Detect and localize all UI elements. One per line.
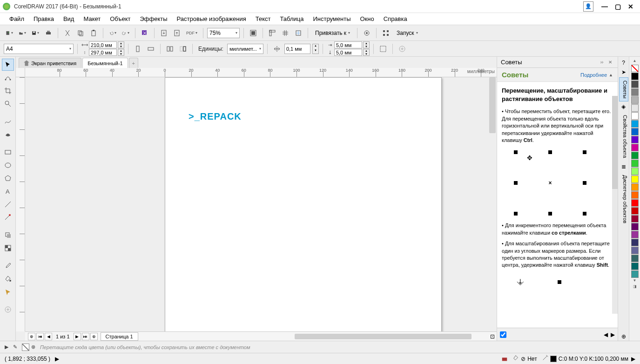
color-swatch[interactable]	[631, 73, 639, 80]
copy-button[interactable]	[75, 27, 86, 39]
menu-edit[interactable]: Правка	[29, 13, 59, 24]
color-swatch[interactable]	[631, 168, 639, 175]
page-tab-1[interactable]: Страница 1	[101, 332, 138, 341]
export-button[interactable]	[171, 27, 182, 39]
menu-file[interactable]: Файл	[5, 13, 29, 24]
color-swatch[interactable]	[631, 104, 639, 112]
tab-add[interactable]: +	[129, 58, 138, 68]
color-swatch[interactable]	[631, 81, 639, 88]
quick-customize-icon[interactable]	[397, 43, 408, 54]
page-next-button[interactable]: ▶	[74, 333, 81, 340]
artistic-media-tool[interactable]	[2, 128, 14, 141]
nudge-distance-input[interactable]	[284, 44, 310, 54]
transparency-tool[interactable]	[2, 242, 14, 254]
docker-more-link[interactable]: Подробнее	[580, 72, 607, 78]
show-rulers-button[interactable]	[267, 27, 278, 39]
drawing-canvas[interactable]: >_REPACK	[25, 77, 497, 331]
color-swatch[interactable]	[631, 160, 639, 167]
all-pages-button[interactable]	[164, 43, 175, 54]
tab-object-manager[interactable]: Диспетчер объектов	[619, 172, 628, 227]
menu-table[interactable]: Таблица	[275, 13, 308, 24]
horizontal-ruler[interactable]: миллиметры 80604020020406080100120140160…	[25, 68, 497, 77]
close-button[interactable]: ✕	[624, 0, 637, 13]
eyedropper-tool[interactable]	[2, 260, 14, 272]
minimize-button[interactable]: —	[598, 0, 611, 13]
color-swatch[interactable]	[631, 96, 639, 104]
vertical-ruler[interactable]	[16, 77, 25, 331]
tab-welcome[interactable]: Экран приветствия	[19, 58, 81, 68]
horizontal-scrollbar[interactable]	[295, 334, 472, 339]
outline-pen-icon[interactable]	[542, 355, 548, 363]
text-tool[interactable]: A	[2, 185, 14, 197]
page-add-after-button[interactable]: ⊕	[90, 333, 98, 340]
ellipse-tool[interactable]	[2, 159, 14, 171]
paste-button[interactable]	[88, 27, 99, 39]
search-content-button[interactable]	[139, 27, 150, 39]
menu-object[interactable]: Объект	[105, 13, 135, 24]
interactive-fill-tool[interactable]	[2, 273, 14, 285]
vertical-scrollbar[interactable]	[489, 77, 496, 133]
landscape-button[interactable]	[145, 43, 156, 54]
menu-layout[interactable]: Макет	[79, 13, 105, 24]
current-page-button[interactable]	[177, 43, 189, 54]
treat-as-filled-button[interactable]	[377, 43, 389, 54]
zoom-combo[interactable]: 75%	[207, 28, 240, 38]
color-swatch[interactable]	[631, 136, 639, 143]
page-size-combo[interactable]: A4	[4, 44, 74, 54]
swatch-none-icon[interactable]	[631, 65, 639, 72]
menu-view[interactable]: Вид	[59, 13, 79, 24]
color-swatch[interactable]	[631, 88, 639, 96]
zoom-tool[interactable]	[2, 98, 14, 110]
tray-swatch-none-icon[interactable]	[22, 344, 29, 351]
print-button[interactable]	[43, 27, 54, 39]
color-swatch[interactable]	[631, 191, 639, 199]
menu-bitmap[interactable]: Растровые изображения	[172, 13, 251, 24]
fullscreen-preview-button[interactable]	[248, 27, 259, 39]
color-swatch[interactable]	[631, 199, 639, 207]
tray-clear-icon[interactable]: ⊗	[31, 344, 35, 350]
page-height-input[interactable]	[89, 49, 117, 56]
palette-up-icon[interactable]: ▲	[631, 59, 639, 64]
dup-x-spinner[interactable]: ▲▼	[363, 41, 370, 48]
nudge-spinner[interactable]: ▲▼	[312, 44, 319, 54]
tab-object-properties[interactable]: Свойства объекта	[619, 112, 628, 161]
color-proof-icon[interactable]	[501, 356, 508, 362]
portrait-button[interactable]	[132, 43, 143, 54]
help-icon[interactable]: ?	[620, 59, 628, 67]
pick-tool[interactable]	[2, 59, 14, 71]
page-prev-button[interactable]: ◀	[45, 333, 52, 340]
pointer-icon[interactable]: ➤	[620, 68, 628, 76]
options-button[interactable]	[361, 27, 372, 39]
status-next2-icon[interactable]: ▶	[631, 356, 635, 362]
objprops-icon[interactable]: ◈	[620, 102, 628, 111]
color-swatch[interactable]	[631, 239, 639, 246]
page-add-button[interactable]: ⊕	[28, 333, 35, 340]
color-swatch[interactable]	[631, 112, 639, 120]
menu-help[interactable]: Справка	[379, 13, 412, 24]
outline-color-swatch[interactable]	[550, 356, 557, 362]
color-swatch[interactable]	[631, 144, 639, 151]
launch-dropdown[interactable]: Запуск	[393, 27, 421, 39]
fill-indicator-icon[interactable]	[512, 355, 519, 363]
snap-to-dropdown[interactable]: Привязать к	[312, 27, 353, 39]
docker-forward-icon[interactable]: ▶	[611, 331, 615, 338]
menu-text[interactable]: Текст	[251, 13, 276, 24]
toolbox-customize-icon[interactable]	[2, 303, 14, 316]
color-swatch[interactable]	[631, 247, 639, 254]
docker-close-icon[interactable]: ✕	[606, 59, 614, 66]
maximize-button[interactable]: ▢	[611, 0, 624, 13]
color-swatch[interactable]	[631, 263, 639, 270]
docker-customize-icon[interactable]: ⊕	[620, 332, 628, 341]
tray-expand-icon[interactable]: ▶	[5, 344, 8, 350]
color-swatch[interactable]	[631, 215, 639, 222]
page-width-spinner[interactable]: ▲▼	[118, 41, 124, 48]
color-swatch[interactable]	[631, 231, 639, 238]
rectangle-tool[interactable]	[2, 146, 14, 158]
tab-hints[interactable]: Советы	[619, 77, 628, 101]
crop-tool[interactable]	[2, 85, 14, 97]
publish-pdf-button[interactable]: PDF	[184, 27, 199, 39]
docker-back-icon[interactable]: ◀	[604, 331, 608, 338]
color-swatch[interactable]	[631, 128, 639, 135]
menu-effects[interactable]: Эффекты	[135, 13, 172, 24]
palette-menu-icon[interactable]: ◨	[631, 284, 639, 290]
